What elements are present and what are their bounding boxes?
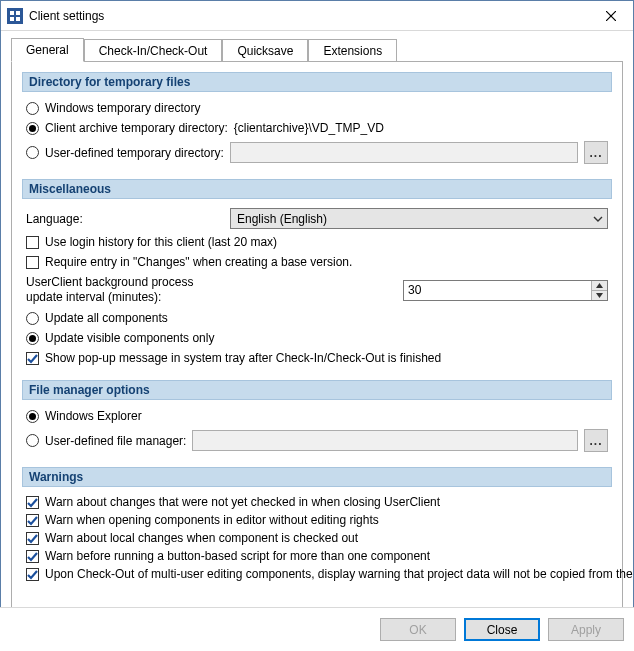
- label-client-archive-tempdir: Client archive temporary directory:: [45, 121, 228, 135]
- userdef-tempdir-input[interactable]: [230, 142, 578, 163]
- label-bg-update-interval: UserClient background process update int…: [26, 275, 226, 305]
- label-windows-explorer: Windows Explorer: [45, 409, 142, 423]
- language-label: Language:: [26, 212, 224, 226]
- dialog-footer: OK Close Apply: [0, 607, 634, 651]
- svg-rect-2: [10, 17, 14, 21]
- chevron-down-icon: [593, 214, 603, 224]
- label-popup-tray: Show pop-up message in system tray after…: [45, 351, 441, 365]
- language-select[interactable]: English (English): [230, 208, 608, 229]
- checkbox-warn-multiuser-checkout[interactable]: [26, 568, 39, 581]
- svg-rect-1: [16, 11, 20, 15]
- label-update-visible: Update visible components only: [45, 331, 214, 345]
- window-title: Client settings: [29, 9, 588, 23]
- tab-extensions[interactable]: Extensions: [308, 39, 397, 62]
- chevron-up-icon: [596, 283, 603, 288]
- apply-button[interactable]: Apply: [548, 618, 624, 641]
- radio-client-archive-tempdir[interactable]: [26, 122, 39, 135]
- tab-quicksave[interactable]: Quicksave: [222, 39, 308, 62]
- chevron-down-icon: [596, 293, 603, 298]
- close-button[interactable]: Close: [464, 618, 540, 641]
- checkbox-warn-no-edit-rights[interactable]: [26, 514, 39, 527]
- radio-windows-explorer[interactable]: [26, 410, 39, 423]
- label-login-history: Use login history for this client (last …: [45, 235, 277, 249]
- section-header-tempdir: Directory for temporary files: [22, 72, 612, 92]
- tab-content-general: Directory for temporary files Windows te…: [11, 61, 623, 630]
- language-value: English (English): [237, 212, 327, 226]
- client-archive-path: {clientarchive}\VD_TMP_VD: [234, 121, 384, 135]
- svg-rect-0: [10, 11, 14, 15]
- label-warn-no-edit-rights: Warn when opening components in editor w…: [45, 513, 379, 527]
- radio-windows-tempdir[interactable]: [26, 102, 39, 115]
- userdef-filemgr-input[interactable]: [192, 430, 578, 451]
- section-header-filemgr: File manager options: [22, 380, 612, 400]
- browse-filemgr-button[interactable]: ...: [584, 429, 608, 452]
- close-icon: [606, 11, 616, 21]
- window-close-button[interactable]: [588, 1, 633, 31]
- label-windows-tempdir: Windows temporary directory: [45, 101, 200, 115]
- spinner-down-button[interactable]: [592, 291, 607, 300]
- app-icon: [7, 8, 23, 24]
- section-header-warnings: Warnings: [22, 467, 612, 487]
- radio-userdef-filemgr[interactable]: [26, 434, 39, 447]
- label-warn-multiuser-checkout: Upon Check-Out of multi-user editing com…: [45, 567, 634, 581]
- label-warn-uncommitted: Warn about changes that were not yet che…: [45, 495, 440, 509]
- radio-userdef-tempdir[interactable]: [26, 146, 39, 159]
- radio-update-all[interactable]: [26, 312, 39, 325]
- bg-update-interval-value: 30: [408, 283, 591, 297]
- checkbox-warn-local-changes[interactable]: [26, 532, 39, 545]
- checkbox-require-changes[interactable]: [26, 256, 39, 269]
- svg-marker-7: [596, 293, 603, 298]
- title-bar: Client settings: [1, 1, 633, 31]
- label-userdef-tempdir: User-defined temporary directory:: [45, 146, 224, 160]
- checkbox-warn-button-script[interactable]: [26, 550, 39, 563]
- spinner-up-button[interactable]: [592, 281, 607, 291]
- label-require-changes: Require entry in "Changes" when creating…: [45, 255, 352, 269]
- tab-general[interactable]: General: [11, 38, 84, 62]
- tab-strip: General Check-In/Check-Out Quicksave Ext…: [11, 37, 623, 61]
- label-warn-button-script: Warn before running a button-based scrip…: [45, 549, 430, 563]
- checkbox-popup-tray[interactable]: [26, 352, 39, 365]
- browse-tempdir-button[interactable]: ...: [584, 141, 608, 164]
- svg-rect-3: [16, 17, 20, 21]
- ok-button[interactable]: OK: [380, 618, 456, 641]
- tab-checkin-checkout[interactable]: Check-In/Check-Out: [84, 39, 223, 62]
- bg-update-interval-spinner[interactable]: 30: [403, 280, 608, 301]
- label-warn-local-changes: Warn about local changes when component …: [45, 531, 358, 545]
- label-update-all: Update all components: [45, 311, 168, 325]
- section-header-misc: Miscellaneous: [22, 179, 612, 199]
- checkbox-login-history[interactable]: [26, 236, 39, 249]
- checkbox-warn-uncommitted[interactable]: [26, 496, 39, 509]
- svg-marker-6: [596, 283, 603, 288]
- label-userdef-filemgr: User-defined file manager:: [45, 434, 186, 448]
- radio-update-visible[interactable]: [26, 332, 39, 345]
